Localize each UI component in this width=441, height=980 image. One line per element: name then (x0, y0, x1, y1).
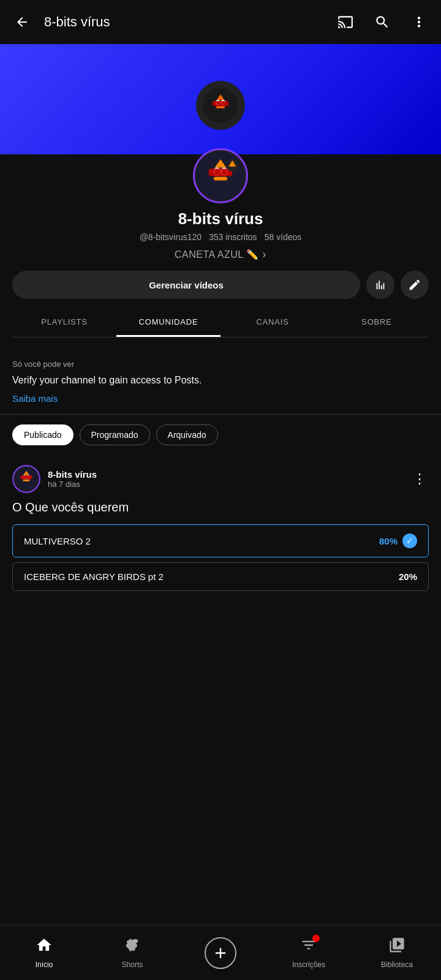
tab-canais[interactable]: CANAIS (221, 309, 325, 337)
nav-biblioteca-label: Biblioteca (381, 960, 413, 969)
filter-arquivado[interactable]: Arquivado (156, 424, 218, 445)
channel-link-text: CANETA AZUL ✏️ (175, 249, 259, 260)
svg-rect-27 (20, 476, 32, 480)
notice-only-you-text: Só você pode ver (12, 360, 429, 369)
nav-inicio[interactable]: Início (20, 937, 69, 969)
channel-name: 8-bits vírus (178, 209, 263, 228)
poll-winner-check: ✓ (402, 533, 417, 548)
poll-option-1-right: 80% ✓ (379, 533, 417, 548)
notification-dot (312, 935, 320, 942)
subscriptions-icon (300, 937, 317, 958)
search-button[interactable] (370, 10, 394, 34)
filter-publicado[interactable]: Publicado (12, 424, 74, 445)
edit-button[interactable] (401, 271, 429, 299)
top-bar: 8-bits vírus (0, 0, 441, 44)
nav-shorts[interactable]: Shorts (108, 937, 157, 969)
poll-option-1-label: MULTIVERSO 2 (24, 536, 91, 546)
filter-programado[interactable]: Programado (80, 424, 150, 445)
svg-rect-16 (214, 177, 227, 181)
tab-playlists[interactable]: PLAYLISTS (12, 309, 116, 337)
post-card: 8-bits vírus há 7 dias ⋮ O Que vocês que… (0, 455, 441, 591)
post-author: 8-bits vírus (48, 469, 403, 480)
shorts-icon (124, 937, 141, 958)
poll-option-1-pct: 80% (379, 536, 398, 546)
channel-link[interactable]: CANETA AZUL ✏️ › (175, 248, 266, 261)
channel-actions: Gerenciar vídeos (12, 271, 429, 299)
svg-rect-7 (216, 106, 225, 108)
channel-link-arrow: › (263, 248, 267, 261)
manage-videos-button[interactable]: Gerenciar vídeos (12, 271, 360, 299)
post-header: 8-bits vírus há 7 dias ⋮ (12, 465, 429, 493)
banner-avatar (196, 81, 245, 130)
nav-inscricoes[interactable]: Inscrições (284, 937, 333, 969)
post-meta: 8-bits vírus há 7 dias (48, 469, 403, 489)
channel-avatar (193, 148, 248, 203)
nav-add[interactable] (196, 937, 245, 969)
poll-option-2[interactable]: ICEBERG DE ANGRY BIRDS pt 2 20% (12, 562, 429, 591)
page-title: 8-bits vírus (44, 14, 323, 30)
nav-inscricoes-label: Inscrições (292, 960, 325, 969)
learn-more-link[interactable]: Saiba mais (12, 393, 58, 404)
channel-info: 8-bits vírus @8-bitsvirus120 353 inscrit… (0, 154, 441, 347)
post-more-button[interactable]: ⋮ (410, 469, 429, 489)
analytics-button[interactable] (366, 271, 394, 299)
channel-tabs: PLAYLISTS COMUNIDADE CANAIS SOBRE (12, 309, 429, 337)
add-button[interactable] (205, 937, 236, 969)
channel-banner (0, 44, 441, 154)
poll-option-2-label: ICEBERG DE ANGRY BIRDS pt 2 (24, 571, 164, 582)
channel-handle: @8-bitsvirus120 (140, 232, 202, 242)
home-icon (36, 937, 53, 958)
nav-biblioteca[interactable]: Biblioteca (372, 937, 421, 969)
more-button[interactable] (407, 10, 431, 34)
filter-row: Publicado Programado Arquivado (0, 415, 441, 455)
channel-videos: 58 vídeos (265, 232, 302, 242)
svg-rect-26 (23, 480, 30, 481)
top-bar-icons (333, 10, 431, 34)
poll-option-2-pct: 20% (399, 571, 417, 582)
back-button[interactable] (10, 10, 34, 34)
tab-sobre[interactable]: SOBRE (325, 309, 429, 337)
library-icon (388, 937, 405, 958)
community-notice: Só você pode ver Verify your channel to … (0, 347, 441, 415)
poll-option-2-right: 20% (399, 571, 417, 582)
nav-inicio-label: Início (36, 960, 53, 969)
post-avatar (12, 465, 40, 493)
channel-subscribers: 353 inscritos (209, 232, 257, 242)
post-time: há 7 dias (48, 480, 403, 489)
bottom-nav: Início Shorts Inscrições Biblioteca (0, 925, 441, 980)
tab-comunidade[interactable]: COMUNIDADE (116, 309, 221, 337)
cast-button[interactable] (333, 10, 358, 34)
notice-verify-text: Verify your channel to gain access to Po… (12, 374, 429, 387)
channel-meta: @8-bitsvirus120 353 inscritos 58 vídeos (140, 232, 302, 242)
poll-option-1[interactable]: MULTIVERSO 2 80% ✓ (12, 524, 429, 557)
nav-shorts-label: Shorts (122, 960, 143, 969)
post-text: O Que vocês querem (12, 500, 429, 514)
svg-rect-8 (213, 101, 228, 106)
